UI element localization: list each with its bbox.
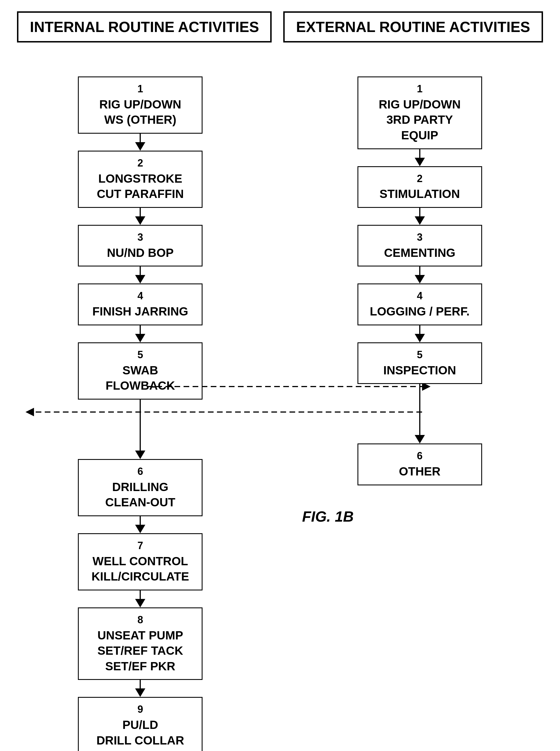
flow-box-left-5: 5 SWABFLOWBACK [78, 342, 202, 400]
diagram-container: INTERNAL ROUTINE ACTIVITIES EXTERNAL ROU… [0, 0, 560, 751]
connector-line [419, 325, 420, 334]
connector-line [140, 325, 141, 334]
flow-box-right-4: 4 LOGGING / PERF. [358, 283, 482, 325]
arrow-down [415, 334, 425, 342]
flow-box-right-5: 5 INSPECTION [358, 342, 482, 384]
right-column: 1 RIG UP/DOWN3RD PARTY EQUIP 2 STIMULATI… [291, 77, 549, 751]
flow-box-left-8: 8 UNSEAT PUMPSET/REF TACKSET/EF PKR [78, 607, 202, 680]
flow-box-left-3: 3 NU/ND BOP [78, 225, 202, 266]
arrow-down [135, 275, 145, 283]
arrow-down [135, 599, 145, 607]
arrow-down [135, 142, 145, 151]
arrow-down [135, 216, 145, 225]
arrow-down [135, 450, 145, 459]
left-column: 1 RIG UP/DOWNWS (OTHER) 2 LONGSTROKECUT … [11, 77, 269, 751]
fig-label: FIG. 1B [291, 508, 549, 525]
connector-line [419, 149, 420, 158]
connector-line [140, 680, 141, 688]
connector-line [140, 208, 141, 216]
connector-spacer [419, 384, 420, 435]
arrow-down [415, 158, 425, 166]
arrow-down [135, 688, 145, 697]
arrow-down [415, 275, 425, 283]
left-header: INTERNAL ROUTINE ACTIVITIES [17, 11, 272, 42]
vertical-connector-dashed [140, 400, 141, 450]
flow-box-right-2: 2 STIMULATION [358, 166, 482, 208]
flow-box-left-4: 4 FINISH JARRING [78, 283, 202, 325]
flow-box-left-1: 1 RIG UP/DOWNWS (OTHER) [78, 77, 202, 134]
flow-box-right-3: 3 CEMENTING [358, 225, 482, 266]
connector-line [140, 266, 141, 275]
arrow-down [415, 216, 425, 225]
connector-line [419, 208, 420, 216]
right-header: EXTERNAL ROUTINE ACTIVITIES [283, 11, 543, 42]
arrow-down [135, 525, 145, 533]
flow-box-right-1: 1 RIG UP/DOWN3RD PARTY EQUIP [358, 77, 482, 149]
connector-line [419, 266, 420, 275]
flow-box-right-6: 6 OTHER [358, 444, 482, 485]
flow-box-left-2: 2 LONGSTROKECUT PARAFFIN [78, 151, 202, 208]
connector-line [140, 516, 141, 525]
flow-box-left-9: 9 PU/LDDRILL COLLAR TOOLS [78, 697, 202, 751]
arrow-down [415, 435, 425, 444]
connector-line [140, 590, 141, 599]
connector-line [140, 134, 141, 142]
flow-box-left-6: 6 DRILLINGCLEAN-OUT [78, 459, 202, 516]
arrow-down [135, 334, 145, 342]
flow-box-left-7: 7 WELL CONTROLKILL/CIRCULATE [78, 533, 202, 590]
